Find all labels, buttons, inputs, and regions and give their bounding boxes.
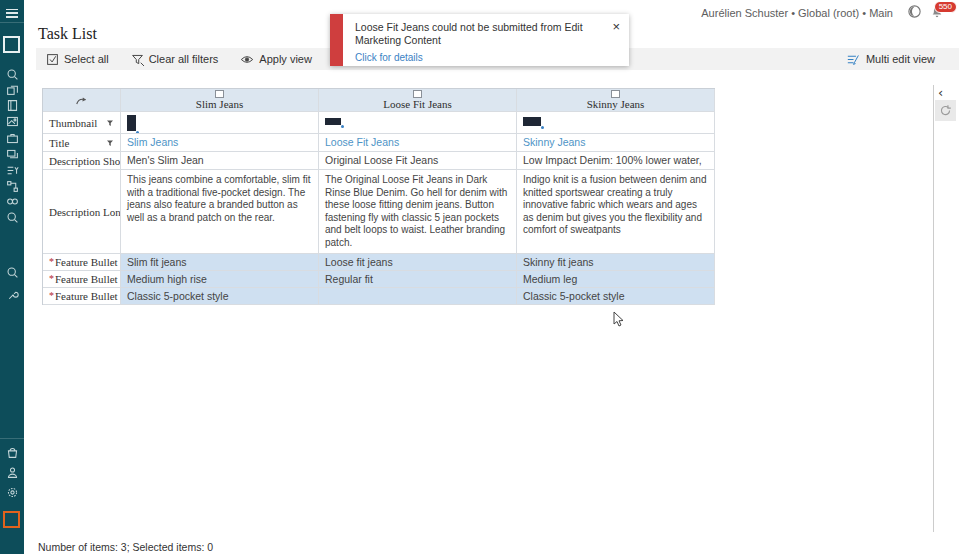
filter-funnel-icon[interactable] [106, 119, 114, 127]
find-icon[interactable] [0, 209, 24, 225]
channels-icon[interactable] [0, 81, 24, 97]
sidebar [0, 0, 24, 554]
row-label-description-short: Description Short [43, 152, 121, 170]
column-header: Slim Jeans [121, 89, 319, 112]
feature-bullet-cell[interactable]: Loose fit jeans [319, 254, 517, 271]
shop-icon[interactable] [0, 444, 24, 460]
sidebar-divider [0, 22, 24, 23]
notification-count-badge[interactable]: 550 [934, 1, 957, 13]
brand-logo-icon[interactable] [3, 511, 20, 528]
collaboration-icon[interactable] [0, 146, 24, 162]
description-long-cell[interactable]: This jeans combine a comfortable, slim f… [121, 170, 319, 254]
toast-message: Loose Fit Jeans could not be submitted f… [355, 21, 603, 47]
app-logo-icon[interactable] [3, 36, 20, 53]
status-bar: Number of items: 3; Selected items: 0 [38, 541, 213, 553]
row-label-thumbnail: Thumbnail [43, 112, 121, 134]
title-cell: Skinny Jeans [517, 134, 715, 152]
multi-edit-view-button[interactable]: Multi edit view [846, 53, 935, 66]
refresh-button[interactable] [935, 100, 956, 121]
apply-view-button[interactable]: Apply view [240, 53, 312, 66]
feature-bullet-cell[interactable]: Slim fit jeans [121, 254, 319, 271]
feature-bullet-cell[interactable] [319, 288, 517, 305]
clear-all-filters-button[interactable]: Clear all filters [131, 53, 219, 66]
settings-icon[interactable] [0, 484, 24, 500]
query-search-icon[interactable] [0, 264, 24, 280]
user-info[interactable]: Aurélien Schuster • Global (root) • Main [701, 7, 893, 19]
column-checkbox[interactable] [413, 90, 422, 98]
error-toast: Loose Fit Jeans could not be submitted f… [330, 14, 629, 66]
column-header: Skinny Jeans [517, 89, 715, 112]
eye-icon [240, 53, 254, 66]
toast-severity-bar [330, 14, 343, 66]
catalog-icon[interactable] [0, 97, 24, 113]
product-thumbnail[interactable] [325, 118, 341, 125]
thumbnail-cell[interactable] [121, 112, 319, 134]
portfolio-icon[interactable] [0, 130, 24, 146]
mouse-cursor [613, 311, 625, 333]
row-label-feature-bullet-1: * Feature Bullet 1 [43, 254, 121, 271]
description-long-cell[interactable]: Indigo knit is a fusion between denim an… [517, 170, 715, 254]
column-checkbox[interactable] [611, 90, 620, 98]
title-cell: Slim Jeans [121, 134, 319, 152]
product-thumbnail[interactable] [523, 117, 541, 126]
sidebar-divider [0, 438, 24, 439]
description-short-cell[interactable]: Original Loose Fit Jeans [319, 152, 517, 170]
dark-mode-icon[interactable] [907, 4, 923, 20]
page-title: Task List [38, 25, 97, 43]
required-asterisk: * [49, 290, 54, 302]
required-asterisk: * [49, 273, 54, 285]
user-icon[interactable] [0, 464, 24, 480]
task-list-icon[interactable] [0, 162, 24, 178]
description-long-cell[interactable]: The Original Loose Fit Jeans in Dark Rin… [319, 170, 517, 254]
search-icon[interactable] [0, 66, 24, 82]
table-corner-redo-icon[interactable] [43, 89, 121, 112]
row-label-feature-bullet-3: * Feature Bullet 3 [43, 288, 121, 305]
column-header: Loose Fit Jeans [319, 89, 517, 112]
column-checkbox[interactable] [215, 90, 224, 98]
entity-link[interactable]: Loose Fit Jeans [325, 136, 399, 148]
thumbnail-cell[interactable] [517, 112, 715, 134]
multi-edit-table: Slim Jeans Loose Fit Jeans Skinny Jeans … [42, 88, 715, 305]
product-thumbnail[interactable] [127, 115, 136, 131]
close-icon[interactable]: × [612, 19, 620, 34]
media-icon[interactable] [0, 113, 24, 129]
link-icon[interactable] [0, 193, 24, 209]
feature-bullet-cell[interactable]: Medium high rise [121, 271, 319, 288]
entity-link[interactable]: Skinny Jeans [523, 136, 585, 148]
select-all-button[interactable]: Select all [46, 53, 109, 66]
row-label-feature-bullet-2: * Feature Bullet 2 [43, 271, 121, 288]
entity-link[interactable]: Slim Jeans [127, 136, 178, 148]
feature-bullet-cell[interactable]: Regular fit [319, 271, 517, 288]
description-short-cell[interactable]: Men's Slim Jean [121, 152, 319, 170]
panel-divider [933, 85, 934, 532]
required-asterisk: * [49, 256, 54, 268]
refresh-icon [939, 104, 952, 117]
title-cell: Loose Fit Jeans [319, 134, 517, 152]
feature-bullet-cell[interactable]: Classic 5-pocket style [517, 288, 715, 305]
row-label-description-long: Description Long [43, 170, 121, 254]
row-label-title: Title [43, 134, 121, 152]
toast-details-link[interactable]: Click for details [355, 52, 423, 63]
tools-icon[interactable] [0, 287, 24, 303]
multi-edit-icon [846, 53, 861, 66]
funnel-slash-icon [131, 53, 144, 66]
filter-funnel-icon[interactable] [106, 139, 114, 147]
feature-bullet-cell[interactable]: Classic 5-pocket style [121, 288, 319, 305]
panel-collapse-chevron-icon[interactable]: ‹ [938, 85, 943, 100]
feature-bullet-cell[interactable]: Medium leg [517, 271, 715, 288]
thumbnail-cell[interactable] [319, 112, 517, 134]
feature-bullet-cell[interactable]: Skinny fit jeans [517, 254, 715, 271]
menu-icon[interactable] [0, 5, 24, 21]
checkbox-check-icon [46, 53, 59, 66]
description-short-cell[interactable]: Low Impact Denim: 100% lower water, 100%… [517, 152, 715, 170]
workflow-icon[interactable] [0, 178, 24, 194]
